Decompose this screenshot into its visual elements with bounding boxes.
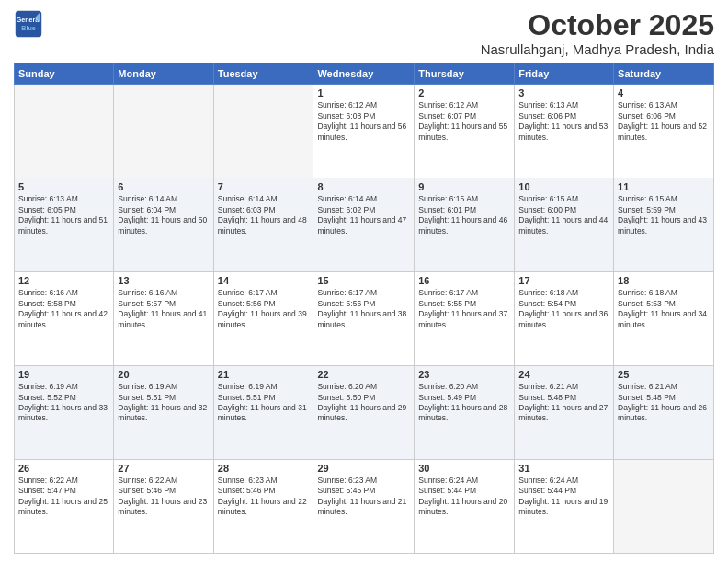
table-row (614, 460, 714, 554)
day-number: 11 (618, 181, 710, 192)
col-tuesday: Tuesday (213, 63, 313, 85)
day-info: Sunrise: 6:19 AMSunset: 5:51 PMDaylight:… (218, 382, 310, 424)
day-info: Sunrise: 6:24 AMSunset: 5:44 PMDaylight:… (518, 476, 609, 518)
day-number: 20 (118, 369, 209, 380)
day-info: Sunrise: 6:21 AMSunset: 5:48 PMDaylight:… (518, 382, 609, 424)
col-monday: Monday (114, 63, 213, 85)
day-number: 7 (218, 181, 310, 192)
table-row: 25Sunrise: 6:21 AMSunset: 5:48 PMDayligh… (614, 366, 714, 460)
day-info: Sunrise: 6:15 AMSunset: 6:00 PMDaylight:… (518, 194, 609, 236)
calendar-table: Sunday Monday Tuesday Wednesday Thursday… (14, 63, 714, 554)
table-row: 24Sunrise: 6:21 AMSunset: 5:48 PMDayligh… (515, 366, 614, 460)
day-number: 16 (418, 275, 510, 286)
day-number: 5 (18, 181, 109, 192)
day-number: 27 (118, 463, 209, 474)
day-info: Sunrise: 6:14 AMSunset: 6:03 PMDaylight:… (218, 194, 310, 236)
day-info: Sunrise: 6:20 AMSunset: 5:50 PMDaylight:… (317, 382, 410, 424)
table-row: 2Sunrise: 6:12 AMSunset: 6:07 PMDaylight… (415, 85, 515, 178)
table-row: 20Sunrise: 6:19 AMSunset: 5:51 PMDayligh… (114, 366, 213, 460)
title-block: October 2025 Nasrullahganj, Madhya Prade… (481, 9, 714, 57)
day-number: 24 (518, 369, 609, 380)
table-row: 7Sunrise: 6:14 AMSunset: 6:03 PMDaylight… (213, 178, 313, 272)
day-number: 10 (518, 181, 609, 192)
day-number: 31 (518, 463, 609, 474)
table-row: 5Sunrise: 6:13 AMSunset: 6:05 PMDaylight… (15, 178, 114, 272)
day-number: 6 (118, 181, 209, 192)
calendar-week-3: 12Sunrise: 6:16 AMSunset: 5:58 PMDayligh… (15, 272, 714, 366)
day-number: 9 (418, 181, 510, 192)
day-info: Sunrise: 6:20 AMSunset: 5:49 PMDaylight:… (418, 382, 510, 424)
day-info: Sunrise: 6:23 AMSunset: 5:46 PMDaylight:… (218, 476, 310, 518)
table-row: 10Sunrise: 6:15 AMSunset: 6:00 PMDayligh… (515, 178, 614, 272)
table-row: 8Sunrise: 6:14 AMSunset: 6:02 PMDaylight… (313, 178, 415, 272)
day-info: Sunrise: 6:24 AMSunset: 5:44 PMDaylight:… (418, 476, 510, 518)
col-friday: Friday (515, 63, 614, 85)
day-info: Sunrise: 6:12 AMSunset: 6:08 PMDaylight:… (317, 100, 410, 143)
table-row: 29Sunrise: 6:23 AMSunset: 5:45 PMDayligh… (313, 460, 415, 554)
table-row: 22Sunrise: 6:20 AMSunset: 5:50 PMDayligh… (313, 366, 415, 460)
day-info: Sunrise: 6:22 AMSunset: 5:47 PMDaylight:… (18, 476, 109, 518)
location-title: Nasrullahganj, Madhya Pradesh, India (481, 41, 714, 57)
day-info: Sunrise: 6:13 AMSunset: 6:05 PMDaylight:… (18, 194, 109, 236)
day-number: 3 (518, 87, 609, 98)
day-info: Sunrise: 6:19 AMSunset: 5:52 PMDaylight:… (18, 382, 109, 424)
calendar-page: General Blue October 2025 Nasrullahganj,… (0, 0, 728, 563)
table-row: 3Sunrise: 6:13 AMSunset: 6:06 PMDaylight… (515, 85, 614, 178)
day-info: Sunrise: 6:12 AMSunset: 6:07 PMDaylight:… (418, 100, 510, 143)
calendar-week-1: 1Sunrise: 6:12 AMSunset: 6:08 PMDaylight… (15, 85, 714, 178)
day-number: 2 (418, 87, 510, 98)
day-number: 18 (618, 275, 710, 286)
day-number: 13 (118, 275, 209, 286)
day-number: 23 (418, 369, 510, 380)
day-info: Sunrise: 6:16 AMSunset: 5:58 PMDaylight:… (18, 288, 109, 330)
day-number: 1 (317, 87, 410, 98)
table-row: 11Sunrise: 6:15 AMSunset: 5:59 PMDayligh… (614, 178, 714, 272)
day-info: Sunrise: 6:13 AMSunset: 6:06 PMDaylight:… (518, 100, 609, 143)
day-number: 21 (218, 369, 310, 380)
day-info: Sunrise: 6:17 AMSunset: 5:56 PMDaylight:… (218, 288, 310, 330)
table-row: 31Sunrise: 6:24 AMSunset: 5:44 PMDayligh… (515, 460, 614, 554)
day-info: Sunrise: 6:14 AMSunset: 6:04 PMDaylight:… (118, 194, 209, 236)
day-number: 15 (317, 275, 410, 286)
table-row: 27Sunrise: 6:22 AMSunset: 5:46 PMDayligh… (114, 460, 213, 554)
day-number: 8 (317, 181, 410, 192)
day-number: 17 (518, 275, 609, 286)
day-info: Sunrise: 6:14 AMSunset: 6:02 PMDaylight:… (317, 194, 410, 236)
header-row: Sunday Monday Tuesday Wednesday Thursday… (15, 63, 714, 85)
table-row: 23Sunrise: 6:20 AMSunset: 5:49 PMDayligh… (415, 366, 515, 460)
month-title: October 2025 (481, 9, 714, 41)
calendar-week-5: 26Sunrise: 6:22 AMSunset: 5:47 PMDayligh… (15, 460, 714, 554)
day-info: Sunrise: 6:22 AMSunset: 5:46 PMDaylight:… (118, 476, 209, 518)
table-row: 9Sunrise: 6:15 AMSunset: 6:01 PMDaylight… (415, 178, 515, 272)
table-row: 28Sunrise: 6:23 AMSunset: 5:46 PMDayligh… (213, 460, 313, 554)
day-number: 25 (618, 369, 710, 380)
day-info: Sunrise: 6:23 AMSunset: 5:45 PMDaylight:… (317, 476, 410, 518)
col-sunday: Sunday (15, 63, 114, 85)
col-saturday: Saturday (614, 63, 714, 85)
col-wednesday: Wednesday (313, 63, 415, 85)
day-info: Sunrise: 6:21 AMSunset: 5:48 PMDaylight:… (618, 382, 710, 424)
logo: General Blue (14, 9, 43, 39)
day-info: Sunrise: 6:17 AMSunset: 5:56 PMDaylight:… (317, 288, 410, 330)
table-row: 14Sunrise: 6:17 AMSunset: 5:56 PMDayligh… (213, 272, 313, 366)
day-number: 14 (218, 275, 310, 286)
table-row: 16Sunrise: 6:17 AMSunset: 5:55 PMDayligh… (415, 272, 515, 366)
day-info: Sunrise: 6:17 AMSunset: 5:55 PMDaylight:… (418, 288, 510, 330)
day-info: Sunrise: 6:16 AMSunset: 5:57 PMDaylight:… (118, 288, 209, 330)
table-row: 4Sunrise: 6:13 AMSunset: 6:06 PMDaylight… (614, 85, 714, 178)
table-row: 15Sunrise: 6:17 AMSunset: 5:56 PMDayligh… (313, 272, 415, 366)
calendar-week-4: 19Sunrise: 6:19 AMSunset: 5:52 PMDayligh… (15, 366, 714, 460)
table-row: 26Sunrise: 6:22 AMSunset: 5:47 PMDayligh… (15, 460, 114, 554)
table-row: 19Sunrise: 6:19 AMSunset: 5:52 PMDayligh… (15, 366, 114, 460)
table-row (15, 85, 114, 178)
day-number: 4 (618, 87, 710, 98)
day-number: 19 (18, 369, 109, 380)
day-number: 29 (317, 463, 410, 474)
table-row (213, 85, 313, 178)
day-info: Sunrise: 6:18 AMSunset: 5:53 PMDaylight:… (618, 288, 710, 330)
table-row: 12Sunrise: 6:16 AMSunset: 5:58 PMDayligh… (15, 272, 114, 366)
table-row: 13Sunrise: 6:16 AMSunset: 5:57 PMDayligh… (114, 272, 213, 366)
table-row: 30Sunrise: 6:24 AMSunset: 5:44 PMDayligh… (415, 460, 515, 554)
day-number: 28 (218, 463, 310, 474)
svg-text:Blue: Blue (21, 25, 35, 32)
